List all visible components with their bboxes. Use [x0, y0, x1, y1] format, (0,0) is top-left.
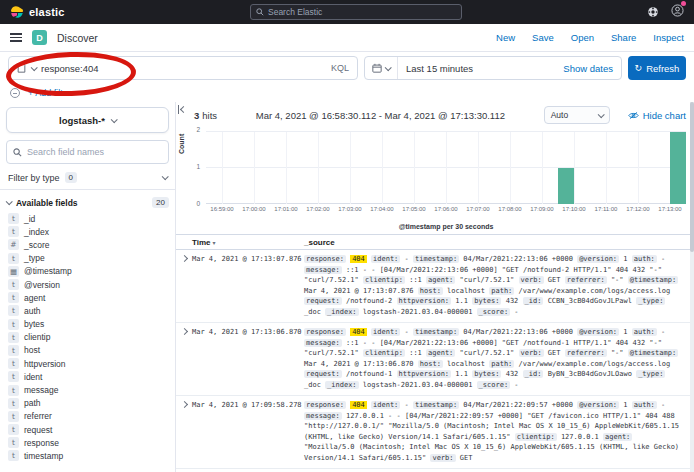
- field-item-request[interactable]: trequest: [6, 423, 169, 436]
- show-dates-link[interactable]: Show dates: [563, 63, 621, 74]
- field-badge: _score:: [477, 381, 511, 389]
- scrollbar[interactable]: [690, 102, 694, 472]
- nav-action-open[interactable]: Open: [571, 32, 594, 43]
- field-badge: host:: [418, 287, 443, 295]
- field-item-agent[interactable]: tagent: [6, 291, 169, 304]
- field-item-clientip[interactable]: tclientip: [6, 331, 169, 344]
- nav-action-new[interactable]: New: [496, 32, 515, 43]
- field-item-httpversion[interactable]: thttpversion: [6, 357, 169, 370]
- field-name: httpversion: [24, 359, 66, 369]
- global-search-box[interactable]: [250, 4, 462, 20]
- field-name: host: [24, 345, 40, 355]
- interval-select[interactable]: Auto: [544, 106, 610, 124]
- field-badge: timestamp:: [413, 255, 459, 263]
- nav-action-inspect[interactable]: Inspect: [653, 32, 684, 43]
- v-gridline: [542, 132, 543, 204]
- user-avatar[interactable]: [671, 3, 684, 21]
- field-badge: httpversion:: [397, 370, 452, 378]
- saved-query-icon[interactable]: [17, 63, 26, 73]
- x-axis-title: @timestamp per 30 seconds: [206, 223, 686, 230]
- row-time: Mar 4, 2021 @ 17:09:58.278: [192, 400, 304, 463]
- field-item-version[interactable]: t@version: [6, 278, 169, 291]
- field-item-ident[interactable]: tident: [6, 370, 169, 383]
- expand-row-icon[interactable]: [180, 255, 187, 262]
- filter-sets-icon[interactable]: [10, 88, 20, 98]
- global-search-input[interactable]: [268, 7, 456, 17]
- query-input[interactable]: [41, 63, 320, 74]
- available-fields-header[interactable]: Available fields 20: [6, 190, 169, 212]
- field-item-referrer[interactable]: treferrer: [6, 410, 169, 423]
- field-search-box[interactable]: [6, 140, 169, 164]
- saved-query-chevron-icon[interactable]: [31, 64, 38, 71]
- field-item-host[interactable]: thost: [6, 344, 169, 357]
- histogram-bar-17:09:30[interactable]: [558, 168, 574, 204]
- field-item-timestamp[interactable]: ttimestamp: [6, 449, 169, 462]
- add-filter-button[interactable]: + Add filter: [28, 88, 71, 98]
- field-item-index[interactable]: t_index: [6, 225, 169, 238]
- logo-text: elastic: [29, 6, 65, 18]
- v-gridline: [638, 132, 639, 204]
- query-input-box[interactable]: KQL: [8, 56, 358, 80]
- scrollbar-thumb[interactable]: [690, 102, 694, 252]
- field-badge: path:: [489, 360, 514, 368]
- expand-row-icon[interactable]: [180, 401, 187, 408]
- field-name: clientip: [24, 332, 50, 342]
- field-item-timestamp[interactable]: ▦@timestamp: [6, 265, 169, 278]
- chart-plot-area: [206, 132, 686, 204]
- field-badge: agent:: [603, 433, 632, 441]
- field-badge: message:: [304, 339, 342, 347]
- field-item-id[interactable]: t_id: [6, 212, 169, 225]
- field-item-bytes[interactable]: tbytes: [6, 318, 169, 331]
- v-gridline: [222, 132, 223, 204]
- field-badge: _score:: [477, 308, 511, 316]
- expand-row-icon[interactable]: [180, 328, 187, 335]
- v-gridline: [254, 132, 255, 204]
- field-item-path[interactable]: tpath: [6, 397, 169, 410]
- field-search-input[interactable]: [27, 147, 162, 157]
- help-icon[interactable]: [647, 6, 659, 18]
- row-source: response: 404 ident: - timestamp: 04/Mar…: [304, 327, 694, 390]
- field-badge: host:: [418, 360, 443, 368]
- field-badge: @timestamp:: [628, 349, 678, 357]
- field-badge: request:: [304, 297, 342, 305]
- collapse-sidebar-icon[interactable]: [178, 105, 189, 114]
- field-item-message[interactable]: tmessage: [6, 383, 169, 396]
- refresh-button[interactable]: ↻ Refresh: [628, 56, 686, 80]
- field-badge: verb:: [519, 349, 544, 357]
- time-column-header[interactable]: Time▾: [192, 238, 304, 247]
- index-pattern-selector[interactable]: logstash-*: [6, 107, 169, 133]
- field-name: response: [24, 438, 59, 448]
- highlight-mark: 404: [350, 401, 367, 409]
- x-tick-label: 17:09:00: [530, 206, 553, 212]
- hide-chart-button[interactable]: Hide chart: [628, 110, 686, 121]
- search-icon: [13, 148, 22, 157]
- row-time: Mar 4, 2021 @ 17:13:07.876: [192, 254, 304, 317]
- field-item-type[interactable]: t_type: [6, 252, 169, 265]
- string-field-icon: t: [8, 424, 19, 435]
- query-language-button[interactable]: KQL: [325, 63, 349, 73]
- string-field-icon: t: [8, 319, 19, 330]
- nav-action-share[interactable]: Share: [611, 32, 636, 43]
- field-item-auth[interactable]: tauth: [6, 304, 169, 317]
- field-item-response[interactable]: tresponse: [6, 436, 169, 449]
- field-badge: httpversion:: [397, 297, 452, 305]
- time-range-value[interactable]: Last 15 minutes: [398, 63, 481, 74]
- nav-action-save[interactable]: Save: [532, 32, 554, 43]
- filter-count-badge: 0: [65, 172, 77, 183]
- string-field-icon: t: [8, 345, 19, 356]
- field-item-score[interactable]: #_score: [6, 238, 169, 251]
- date-quick-menu[interactable]: [365, 57, 398, 79]
- string-field-icon: t: [8, 253, 19, 264]
- menu-icon[interactable]: [10, 33, 22, 42]
- field-name: _index: [24, 227, 49, 237]
- field-name: referrer: [24, 411, 52, 421]
- main-panel: 3 hits Mar 4, 2021 @ 16:58:30.112 - Mar …: [176, 102, 694, 472]
- content: logstash-* Filter by type 0 Available fi…: [0, 102, 694, 472]
- hits-count: 3: [194, 110, 199, 121]
- elastic-logo[interactable]: elastic: [10, 5, 65, 19]
- field-badge: ident:: [371, 401, 400, 409]
- query-bar: KQL Last 15 minutes Show dates ↻ Refresh: [0, 52, 694, 84]
- histogram-bar-17:13:00[interactable]: [670, 132, 686, 204]
- highlight-mark: 404: [350, 328, 367, 336]
- filter-by-type[interactable]: Filter by type 0: [0, 166, 175, 190]
